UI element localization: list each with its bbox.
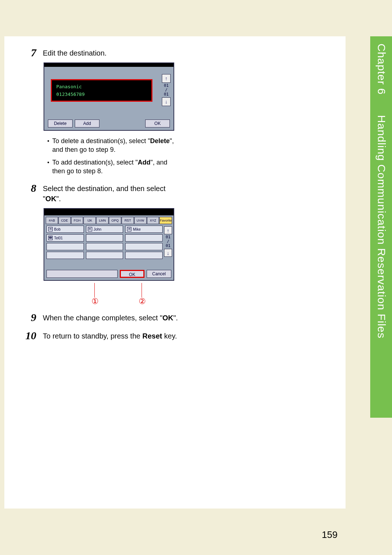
tab-fgh[interactable]: FGH [71, 217, 83, 224]
step-7: 7 Edit the destination. Panasonic 012345… [22, 47, 181, 175]
cancel-button[interactable]: Cancel [147, 270, 171, 278]
contact-bob[interactable]: ✉Bob [46, 226, 84, 233]
scroll-group: ↑ 01 / 01 ↓ [162, 74, 171, 106]
step-text: When the change completes, select "OK". [43, 312, 178, 323]
bullet-add: To add destination(s), select "Add", and… [47, 158, 181, 176]
tab-cde[interactable]: CDE [58, 217, 71, 224]
step-9: 9 When the change completes, select "OK"… [22, 312, 181, 323]
chapter-title: Handling Communication Reservation Files [376, 115, 388, 339]
tab-rst[interactable]: RST [122, 217, 134, 224]
tab-xyz[interactable]: XYZ [147, 217, 159, 224]
tab-ab[interactable]: #AB [46, 217, 58, 224]
chapter-label: Chapter 6 [376, 44, 388, 95]
tab-opq[interactable]: OPQ [109, 217, 121, 224]
screenshot-edit-destination: Panasonic 0123456789 ↑ 01 / 01 ↓ Delete … [44, 62, 174, 131]
tab-favorite[interactable]: Favorite [159, 217, 172, 224]
mail-icon: ✉ [127, 227, 131, 231]
step-number: 8 [22, 183, 36, 194]
ok-button[interactable]: OK [145, 119, 170, 127]
step-7-bullets: To delete a destination(s), select "Dele… [47, 137, 181, 175]
contact-empty[interactable] [125, 243, 163, 250]
tab-uvw[interactable]: UVW [134, 217, 147, 224]
scroll-down-icon[interactable]: ↓ [162, 97, 171, 106]
step-8: 8 Select the destination, and then selec… [22, 183, 181, 305]
step-number: 10 [22, 330, 36, 341]
callout-1: ① [91, 297, 99, 306]
delete-button[interactable]: Delete [48, 119, 73, 127]
contact-empty[interactable] [125, 234, 163, 242]
contact-empty[interactable] [86, 243, 123, 250]
bullet-delete: To delete a destination(s), select "Dele… [47, 137, 181, 154]
destination-number: 0123456789 [56, 91, 147, 98]
mail-icon: ✉ [48, 227, 53, 231]
mail-icon: ✉ [88, 227, 92, 231]
step-number: 7 [22, 47, 36, 58]
contact-empty[interactable] [86, 252, 123, 259]
contact-mike[interactable]: ✉Mike [125, 226, 163, 233]
scroll-group: ↑ 01 / 01 ↓ [164, 226, 172, 257]
add-button[interactable]: Add [75, 119, 99, 127]
contact-empty[interactable] [46, 243, 84, 250]
ok-button[interactable]: OK [120, 270, 144, 278]
page-indicator: 01 / 01 [162, 84, 171, 97]
contact-empty[interactable] [46, 252, 84, 259]
spacer-bar [46, 270, 118, 278]
callout-2: ② [139, 297, 146, 306]
contact-grid: ✉Bob ✉John ✉Mike ☎Tel01 [46, 226, 163, 259]
contact-empty[interactable] [86, 234, 123, 242]
step-number: 9 [22, 312, 36, 323]
page-indicator: 01 / 01 [164, 235, 172, 248]
page-number: 159 [322, 529, 338, 540]
phone-icon: ☎ [48, 236, 53, 240]
contact-john[interactable]: ✉John [86, 226, 123, 233]
destination-entry[interactable]: Panasonic 0123456789 [51, 79, 152, 102]
step-text: Select the destination, and then select … [43, 183, 181, 204]
scroll-down-icon[interactable]: ↓ [164, 249, 172, 257]
scroll-up-icon[interactable]: ↑ [164, 226, 172, 234]
step-text: Edit the destination. [43, 47, 107, 58]
step-text: To return to standby, press the Reset ke… [43, 330, 177, 341]
main-content: 7 Edit the destination. Panasonic 012345… [22, 47, 181, 348]
alpha-tabs: #AB CDE FGH IJK LMN OPQ RST UVW XYZ Favo… [46, 217, 172, 224]
contact-tel01[interactable]: ☎Tel01 [46, 234, 84, 242]
tab-lmn[interactable]: LMN [96, 217, 109, 224]
tab-ijk[interactable]: IJK [83, 217, 96, 224]
destination-name: Panasonic [56, 83, 147, 91]
screenshot-select-destination: #AB CDE FGH IJK LMN OPQ RST UVW XYZ Favo… [44, 208, 174, 281]
callout-markers: ① ② [44, 287, 174, 305]
contact-empty[interactable] [125, 252, 163, 259]
scroll-up-icon[interactable]: ↑ [162, 74, 171, 83]
chapter-side-tab: Chapter 6 Handling Communication Reserva… [370, 36, 392, 418]
step-10: 10 To return to standby, press the Reset… [22, 330, 181, 341]
